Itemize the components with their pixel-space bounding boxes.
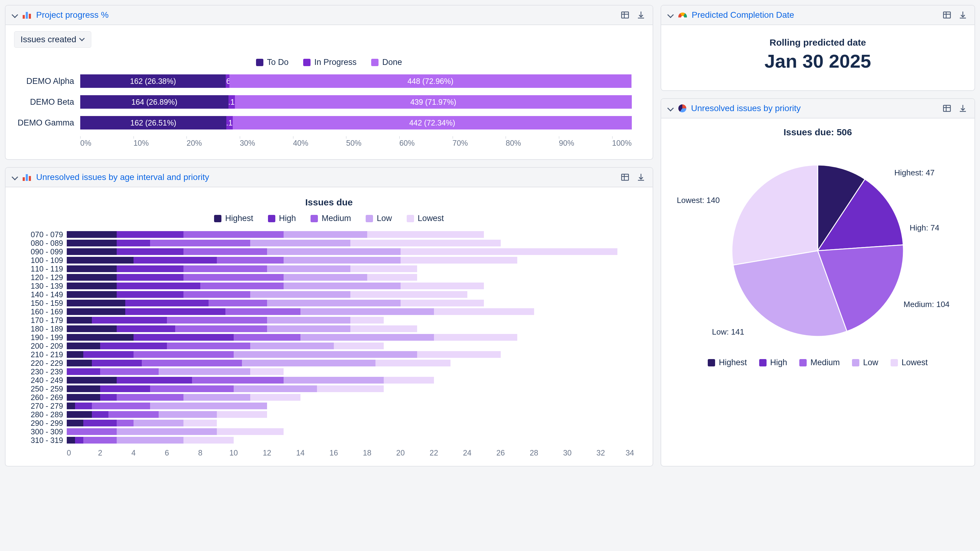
age-row: 220 - 229 [14, 359, 634, 367]
bar-segment [108, 411, 158, 418]
bar-segment [67, 283, 117, 289]
table-icon[interactable] [620, 10, 630, 21]
table-icon[interactable] [942, 103, 953, 114]
gauge-icon [678, 13, 687, 17]
chevron-down-icon[interactable] [12, 12, 18, 18]
x-tick: 60% [399, 139, 453, 148]
bar-segment [100, 368, 159, 375]
panel-header: Predicted Completion Date [661, 5, 975, 25]
bar-segment [67, 343, 100, 349]
age-legend: Highest High Medium Low Lowest [14, 214, 644, 223]
chevron-down-icon[interactable] [667, 105, 673, 111]
stacked-bar [67, 257, 634, 264]
age-row: 160 - 169 [14, 308, 634, 316]
panel-title[interactable]: Unresolved issues by age interval and pr… [36, 172, 209, 182]
stacked-bar [67, 420, 634, 426]
panel-header: Unresolved issues by age interval and pr… [5, 168, 652, 187]
pie-slice-label: High: 74 [910, 223, 939, 233]
x-tick: 22 [417, 448, 450, 457]
bar-segment: 439 (71.97%) [235, 95, 632, 109]
x-axis: 0246810121416182022242628303234 [67, 445, 634, 457]
age-row: 180 - 189 [14, 325, 634, 333]
chevron-down-icon[interactable] [667, 12, 673, 18]
x-tick: 0% [80, 139, 134, 148]
stacked-bar [67, 265, 634, 272]
bar-segment [67, 394, 100, 401]
row-label: 190 - 199 [14, 333, 63, 342]
download-icon[interactable] [957, 103, 968, 114]
x-tick: 20% [186, 139, 240, 148]
svg-rect-3 [621, 174, 628, 180]
bar-segment [83, 420, 117, 426]
bar-segment [134, 334, 234, 341]
age-row: 270 - 279 [14, 402, 634, 410]
table-icon[interactable] [942, 10, 953, 21]
bar-segment [183, 420, 217, 426]
panel-title[interactable]: Unresolved issues by priority [691, 103, 801, 113]
row-label: 150 - 159 [14, 299, 63, 308]
caret-down-icon [80, 37, 85, 42]
row-label: 140 - 149 [14, 290, 63, 299]
legend-item-low: Low [852, 358, 878, 367]
bar-segment [267, 326, 350, 332]
download-icon[interactable] [957, 10, 968, 21]
legend-item-inprogress: In Progress [303, 57, 356, 67]
panel-title[interactable]: Project progress % [36, 10, 109, 20]
row-label: 080 - 089 [14, 239, 63, 248]
stacked-bar [67, 317, 634, 324]
x-tick: 16 [317, 448, 350, 457]
legend-item-high: High [268, 214, 296, 223]
age-row: 190 - 199 [14, 333, 634, 341]
bar-segment [67, 403, 75, 409]
bar-segment [350, 291, 467, 298]
predicted-date-value: Jan 30 2025 [667, 50, 968, 72]
bar-segment [183, 394, 250, 401]
bar-segment [67, 265, 117, 272]
bar-segment [401, 248, 617, 255]
bar-segment [175, 326, 267, 332]
panel-title[interactable]: Predicted Completion Date [692, 10, 794, 20]
bar-segment [401, 300, 484, 306]
bar-segment [142, 360, 242, 367]
x-tick: 34 [617, 448, 634, 457]
age-row: 280 - 289 [14, 411, 634, 418]
bar-segment [117, 248, 183, 255]
x-tick: 30 [550, 448, 584, 457]
bar-segment [401, 257, 517, 264]
stacked-bar [67, 360, 634, 367]
bar-segment [301, 334, 434, 341]
download-icon[interactable] [635, 10, 646, 21]
download-icon[interactable] [635, 172, 646, 183]
age-row: 150 - 159 [14, 299, 634, 307]
stacked-bar [67, 334, 634, 341]
bar-chart-icon [23, 173, 31, 181]
x-tick: 4 [117, 448, 150, 457]
bar-segment [334, 343, 384, 349]
row-label: 280 - 289 [14, 410, 63, 419]
bar-segment [225, 308, 301, 315]
table-icon[interactable] [620, 172, 630, 183]
svg-rect-9 [943, 105, 951, 111]
svg-rect-6 [943, 12, 951, 18]
age-row: 240 - 249 [14, 376, 634, 384]
chevron-down-icon[interactable] [12, 174, 18, 180]
issues-created-dropdown[interactable]: Issues created [14, 31, 91, 48]
row-label: 300 - 309 [14, 427, 63, 436]
progress-row: DEMO Gamma162 (26.51%)7 (1.15%)442 (72.3… [14, 116, 632, 130]
bar-segment [67, 437, 75, 443]
bar-segment [117, 283, 200, 289]
bar-segment [75, 403, 92, 409]
bar-segment [92, 411, 108, 418]
bar-segment [117, 265, 183, 272]
panel-body: Issues due: 506 Highest: 47High: 74Mediu… [661, 119, 975, 373]
stacked-bar [67, 428, 634, 435]
stacked-bar [67, 394, 634, 401]
bar-segment [267, 300, 401, 306]
bar-segment: 4 (0.65%) [226, 75, 229, 88]
row-label: 240 - 249 [14, 376, 63, 385]
bar-segment [117, 231, 183, 238]
stacked-bar: 164 (26.89%)7 (1.15%)439 (71.97%) [80, 95, 632, 109]
bar-segment [67, 420, 83, 426]
predicted-subtitle: Rolling predicted date [667, 37, 968, 48]
x-tick: 40% [293, 139, 346, 148]
